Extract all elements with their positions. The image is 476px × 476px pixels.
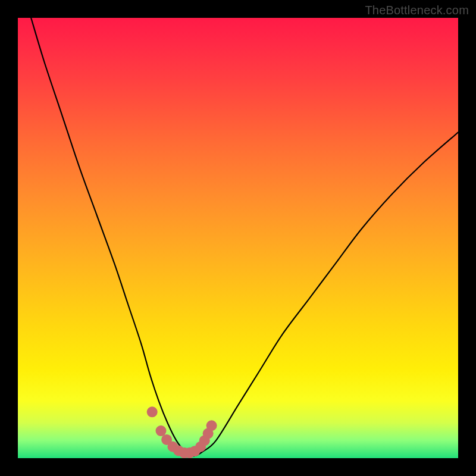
- chart-frame: TheBottleneck.com: [0, 0, 476, 476]
- plot-area: [18, 18, 458, 458]
- highlight-dot: [206, 420, 217, 431]
- highlight-dot: [156, 425, 167, 436]
- watermark-text: TheBottleneck.com: [365, 4, 469, 17]
- curve-svg: [18, 18, 458, 458]
- bottleneck-curve: [31, 18, 458, 456]
- highlight-dot: [147, 406, 158, 417]
- highlight-dots: [147, 406, 217, 458]
